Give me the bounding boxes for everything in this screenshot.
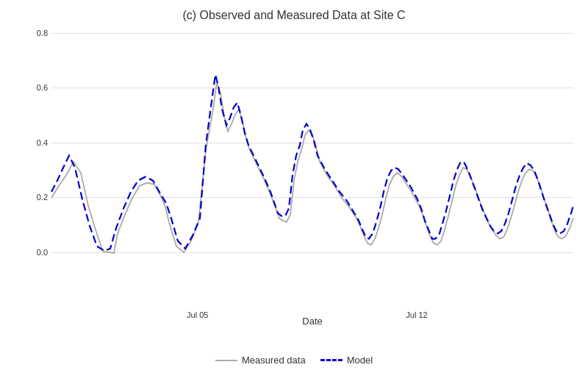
y-tick-00: 0.0 bbox=[37, 248, 48, 257]
measured-line bbox=[51, 82, 573, 253]
chart-title: (c) Observed and Measured Data at Site C bbox=[0, 0, 588, 25]
chart-svg bbox=[51, 33, 573, 307]
legend-measured-label: Measured data bbox=[242, 355, 306, 366]
legend-model-line bbox=[320, 359, 343, 361]
chart-area: 0.8 0.6 0.4 0.2 0.0 Jul 05 Jul 12 bbox=[51, 33, 573, 307]
legend-measured-line bbox=[215, 360, 237, 361]
legend: Measured data Model bbox=[215, 355, 373, 366]
legend-model-label: Model bbox=[347, 355, 373, 366]
y-tick-04: 0.4 bbox=[37, 138, 48, 147]
y-tick-08: 0.8 bbox=[37, 29, 48, 38]
legend-measured: Measured data bbox=[215, 355, 306, 366]
y-tick-02: 0.2 bbox=[37, 193, 48, 202]
x-axis-label: Date bbox=[302, 316, 322, 327]
legend-model: Model bbox=[320, 355, 373, 366]
y-tick-06: 0.6 bbox=[37, 83, 48, 92]
chart-container: (c) Observed and Measured Data at Site C… bbox=[0, 0, 588, 373]
model-line bbox=[51, 75, 573, 251]
